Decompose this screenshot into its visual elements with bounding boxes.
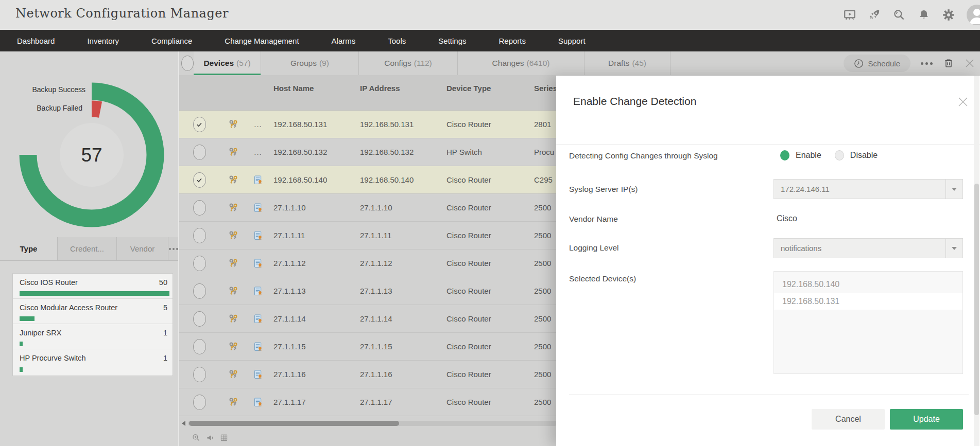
host-name-cell[interactable]: 27.1.1.17 (269, 398, 355, 406)
row-checkbox[interactable] (193, 145, 206, 160)
sidebar-tab-type[interactable]: Type (0, 237, 58, 260)
tab-groups[interactable]: Groups(9) (261, 51, 359, 75)
radio-enable-label[interactable]: Enable (796, 151, 821, 160)
host-name-cell[interactable]: 27.1.1.10 (269, 203, 355, 212)
zoom-search-icon[interactable] (192, 433, 201, 442)
scrollbar-thumb[interactable] (189, 421, 399, 426)
ip-address-cell: 27.1.1.11 (355, 231, 442, 240)
update-button[interactable]: Update (890, 409, 963, 430)
search-icon[interactable] (892, 8, 906, 22)
row-checkbox[interactable] (193, 256, 206, 271)
device-type-row[interactable]: HP Procurve Switch 1 (13, 349, 173, 374)
sidebar-tabs-more-icon[interactable] (168, 237, 178, 260)
gear-icon[interactable] (942, 8, 955, 22)
credentials-keys-icon (219, 147, 247, 157)
row-checkbox[interactable] (193, 117, 206, 132)
row-checkbox[interactable] (193, 228, 206, 243)
nav-item-reports[interactable]: Reports (498, 37, 526, 45)
row-checkbox[interactable] (193, 367, 206, 382)
ip-address-cell: 27.1.1.14 (355, 314, 442, 323)
nav-item-settings[interactable]: Settings (438, 37, 466, 45)
field-label-vendor: Vendor Name (569, 215, 618, 224)
row-checkbox[interactable] (193, 311, 206, 327)
host-name-cell[interactable]: 27.1.1.13 (269, 287, 355, 295)
row-checkbox[interactable] (193, 283, 206, 299)
sidebar-tabs: Type Credent... Vendor (0, 237, 178, 261)
col-ip-address[interactable]: IP Address (355, 84, 442, 102)
nav-item-tools[interactable]: Tools (388, 37, 406, 45)
more-icons-indicator: ... (254, 148, 262, 156)
legend-backup-success: Backup Success (0, 85, 85, 94)
radio-disable-label[interactable]: Disable (850, 151, 878, 160)
device-type-count: 50 (159, 278, 167, 287)
device-type-label: Juniper SRX (20, 329, 61, 337)
announce-icon[interactable] (205, 433, 215, 442)
scrollbar-thumb[interactable] (974, 184, 979, 415)
list-item[interactable]: 192.168.50.131 (774, 293, 962, 310)
tab-changes[interactable]: Changes(6410) (458, 51, 584, 75)
list-item[interactable]: 192.168.50.140 (774, 276, 962, 293)
col-host-name[interactable]: Host Name (269, 84, 355, 102)
cancel-button[interactable]: Cancel (812, 409, 885, 430)
modal-title: Enable Change Detection (573, 95, 696, 108)
chevron-down-icon[interactable] (945, 180, 962, 199)
tab-configs[interactable]: Configs(112) (359, 51, 458, 75)
credentials-keys-icon (219, 397, 247, 407)
col-device-type[interactable]: Device Type (442, 84, 529, 102)
vendor-value: Cisco (777, 214, 797, 223)
config-doc-icon (254, 314, 263, 324)
device-type-row[interactable]: Juniper SRX 1 (13, 324, 173, 349)
syslog-server-dropdown[interactable]: 172.24.146.11 (773, 179, 963, 199)
sidebar-tab-credential[interactable]: Credent... (58, 237, 117, 260)
legend-backup-failed: Backup Failed (0, 104, 82, 112)
nav-item-alarms[interactable]: Alarms (332, 37, 356, 45)
select-all-checkbox[interactable] (179, 51, 194, 75)
host-name-cell[interactable]: 27.1.1.15 (269, 342, 355, 351)
radio-disable[interactable] (835, 150, 844, 160)
host-name-cell[interactable]: 27.1.1.12 (269, 259, 355, 267)
row-checkbox[interactable] (193, 172, 206, 188)
device-type-label: Cisco IOS Router (20, 278, 78, 287)
sidebar-tab-vendor[interactable]: Vendor (117, 237, 168, 260)
host-name-cell[interactable]: 192.168.50.132 (269, 148, 355, 156)
rocket-icon[interactable] (868, 8, 881, 22)
host-name-cell[interactable]: 27.1.1.16 (269, 370, 355, 379)
ip-address-cell: 192.168.50.131 (355, 120, 442, 129)
nav-item-inventory[interactable]: Inventory (87, 37, 119, 45)
panel-close-icon[interactable] (965, 58, 975, 68)
delete-icon[interactable] (943, 58, 954, 69)
nav-item-dashboard[interactable]: Dashboard (17, 37, 55, 45)
host-name-cell[interactable]: 192.168.50.131 (269, 120, 355, 129)
nav-item-support[interactable]: Support (558, 37, 586, 45)
modal-close-icon[interactable] (957, 96, 969, 108)
tab-drafts[interactable]: Drafts(45) (584, 51, 670, 75)
enable-change-detection-panel: Enable Change Detection Detecting Config… (556, 76, 980, 446)
host-name-cell[interactable]: 27.1.1.11 (269, 231, 355, 240)
radio-enable[interactable] (780, 150, 789, 160)
credentials-keys-icon (219, 175, 247, 185)
chevron-down-icon[interactable] (945, 239, 962, 258)
tab-devices[interactable]: Devices(57) (194, 51, 261, 75)
device-type-row[interactable]: Cisco Modular Access Router 5 (13, 299, 173, 324)
device-type-cell: Cisco Router (442, 398, 529, 406)
row-checkbox[interactable] (193, 395, 206, 410)
more-actions-icon[interactable] (921, 62, 933, 65)
modal-scrollbar[interactable] (974, 76, 979, 446)
device-type-row[interactable]: Cisco IOS Router 50 (13, 274, 173, 299)
row-checkbox[interactable] (193, 339, 206, 354)
scroll-left-arrow[interactable] (182, 421, 185, 426)
bell-icon[interactable] (917, 8, 931, 22)
user-avatar[interactable] (967, 5, 980, 25)
device-type-cell: Cisco Router (442, 370, 529, 379)
schedule-button[interactable]: Schedule (844, 55, 910, 72)
presentation-icon[interactable] (843, 8, 856, 22)
selected-devices-listbox[interactable]: 192.168.50.140 192.168.50.131 (773, 271, 963, 374)
device-type-cell: Cisco Router (442, 120, 529, 129)
logging-level-dropdown[interactable]: notifications (773, 238, 963, 258)
nav-item-compliance[interactable]: Compliance (151, 37, 192, 45)
host-name-cell[interactable]: 192.168.50.140 (269, 175, 355, 184)
grid-view-icon[interactable] (219, 433, 229, 442)
nav-item-change-management[interactable]: Change Management (225, 37, 299, 45)
host-name-cell[interactable]: 27.1.1.14 (269, 314, 355, 323)
row-checkbox[interactable] (193, 200, 206, 216)
